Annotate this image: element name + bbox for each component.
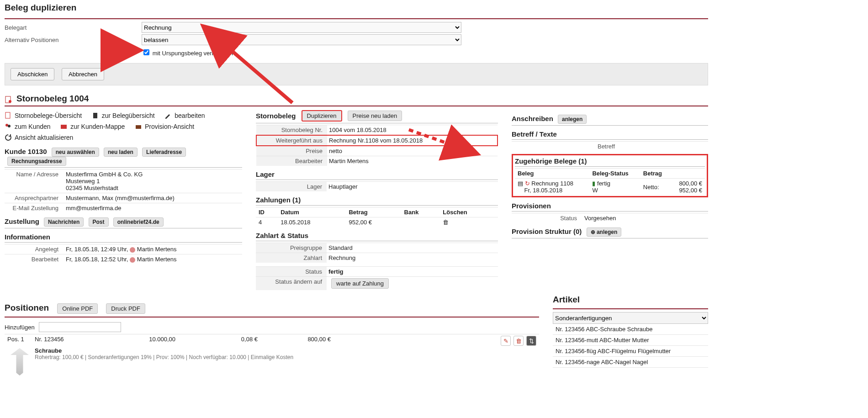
preise-value: netto	[327, 146, 498, 156]
zustellung-heading: Zustellung	[5, 217, 39, 225]
clipboard-small-icon	[92, 112, 99, 119]
hinzu-input[interactable]	[39, 322, 121, 332]
artikel-item[interactable]: Nr. 123456-mutt ABC-Mutter Mutter	[553, 335, 708, 346]
belegart-select[interactable]: Rechnung	[142, 22, 461, 33]
product-image	[8, 348, 31, 376]
btn-anlegen-anschreiben[interactable]: anlegen	[558, 115, 587, 124]
zg-heading: Zugehörige Belege (1)	[515, 157, 705, 165]
bearbeitet-label: Bearbeitet	[5, 254, 64, 265]
btn-status-warte[interactable]: warte auf Zahlung	[331, 278, 389, 289]
btn-preise-neu[interactable]: Preise neu laden	[348, 111, 402, 121]
positionen-heading: Positionen	[5, 303, 49, 315]
btn-nachrichten[interactable]: Nachrichten	[44, 217, 84, 227]
belegart-label: Belegart	[5, 24, 142, 31]
svg-rect-7	[136, 125, 141, 129]
st-label: Status	[256, 267, 327, 277]
btn-neu-auswaehlen[interactable]: neu auswählen	[52, 148, 99, 157]
bearb-value: Martin Mertens	[327, 156, 498, 166]
link-customer-folder[interactable]: zur Kunden-Mappe	[60, 123, 125, 130]
th-loeschen: Löschen	[440, 207, 498, 217]
svg-rect-2	[5, 112, 10, 118]
btn-onlinepdf[interactable]: Online PDF	[57, 303, 98, 314]
za-value: Rechnung	[327, 253, 498, 263]
briefcase-icon	[135, 123, 142, 130]
delete-icon[interactable]: 🗑	[513, 336, 524, 346]
related-doc-row[interactable]: ▤ ↻ Rechnung 1108 Fr, 18.05.2018 ▮ ferti…	[515, 179, 705, 196]
prov-value: Vorgesehen	[582, 213, 708, 223]
zs-heading: Zahlart & Status	[256, 232, 498, 239]
payment-row: 4 18.05.2018 952,00 € 🗑	[256, 217, 498, 228]
edit-icon[interactable]: ✎	[501, 336, 511, 346]
btn-rechnungsadresse[interactable]: Rechnungsadresse	[7, 157, 66, 166]
btn-lieferadresse[interactable]: Lieferadresse	[142, 148, 186, 157]
btn-onlinebrief[interactable]: onlinebrief24.de	[113, 217, 164, 227]
pos-menge: 10.000,00	[87, 336, 178, 343]
btn-duplizieren[interactable]: Duplizieren	[302, 110, 342, 122]
altpos-select[interactable]: belassen	[142, 34, 461, 45]
pg-label: Preisgruppe	[256, 243, 327, 253]
pos-number: Pos. 1	[5, 336, 32, 343]
hinzu-label: Hinzufügen	[5, 324, 35, 331]
email-label: E-Mail Zustellung	[5, 203, 64, 213]
kunde-heading: Kunde 10130	[5, 148, 47, 155]
za-label: Zahlart	[256, 253, 327, 263]
trash-icon[interactable]: 🗑	[443, 219, 449, 226]
artikel-item[interactable]: Nr. 123456-nage ABC-Nagel Nagel	[553, 357, 708, 368]
st-value: fertig	[327, 267, 498, 277]
sbnr-value: 1004 vom 18.05.2018	[327, 125, 498, 136]
zahlungen-heading: Zahlungen (1)	[256, 196, 498, 204]
submit-button[interactable]: Abschicken	[11, 68, 54, 80]
th-id: ID	[256, 207, 278, 217]
wf-label: Weitergeführt aus	[256, 135, 327, 146]
page-icon	[5, 112, 12, 119]
prov-label: Status	[512, 213, 582, 223]
lager-label: Lager	[256, 182, 327, 192]
dup-title: Beleg duplizieren	[5, 3, 708, 15]
storno-title: Stornobeleg 1004	[16, 94, 89, 106]
bearbeitet-value: Fr, 18.05.18, 12:52 Uhr, Martin Mertens	[64, 254, 242, 265]
bt-label: Betreff	[512, 142, 704, 152]
lager-value: Hauptlager	[327, 182, 498, 192]
ansch-heading: Anschreiben	[512, 115, 553, 122]
preise-label: Preise	[256, 146, 327, 156]
artikel-item[interactable]: Nr. 123456 ABC-Schraube Schraube	[553, 324, 708, 335]
email-value: mm@musterfirma.de	[64, 203, 242, 213]
name-label: Name / Adresse	[5, 169, 64, 193]
sbnr-label: Stornobeleg Nr.	[256, 125, 327, 136]
stornobeleg-heading: Stornobeleg	[256, 112, 296, 120]
prov-heading: Provisionen	[512, 202, 708, 210]
users-icon	[5, 123, 12, 130]
info-heading: Informationen	[5, 233, 242, 241]
svg-rect-3	[93, 113, 97, 118]
link-refresh[interactable]: Ansicht aktualisieren	[5, 134, 73, 141]
artikel-item[interactable]: Nr. 123456-flüg ABC-Flügelmu Flügelmutte…	[553, 346, 708, 357]
refresh-icon	[5, 134, 12, 141]
btn-neu-laden[interactable]: neu laden	[104, 148, 138, 157]
svg-point-5	[8, 125, 11, 127]
link-customer[interactable]: zum Kunden	[5, 123, 51, 130]
artikel-category-select[interactable]: Sonderanfertigungen	[553, 312, 708, 324]
link-overview[interactable]: Stornobelege-Übersicht	[5, 112, 82, 119]
th-datum: Datum	[278, 207, 346, 217]
link-provision[interactable]: Provision-Ansicht	[135, 123, 194, 130]
pg-value: Standard	[327, 243, 498, 253]
pos-nr: Nr. 123456	[32, 336, 87, 343]
btn-anlegen-ps[interactable]: ⊕ anlegen	[587, 228, 622, 237]
clipboard-icon	[5, 96, 12, 103]
btn-druckpdf[interactable]: Druck PDF	[106, 303, 145, 314]
th-bank: Bank	[402, 207, 440, 217]
angelegt-label: Angelegt	[5, 244, 64, 254]
move-icon[interactable]: ⇅	[526, 336, 536, 346]
link-edit[interactable]: bearbeiten	[164, 112, 205, 119]
th-betrag2: Betrag	[640, 169, 670, 179]
doc-icon: ▤	[518, 180, 523, 187]
avatar-icon	[130, 247, 135, 253]
btn-post[interactable]: Post	[89, 217, 109, 227]
svg-rect-6	[61, 125, 67, 129]
bearb-label: Bearbeiter	[256, 156, 327, 166]
link-origin-checkbox[interactable]	[143, 49, 149, 55]
th-belegstatus: Beleg-Status	[589, 169, 640, 179]
cancel-button[interactable]: Abbrechen	[62, 68, 104, 80]
folder-green-icon: ▮	[592, 180, 595, 187]
link-belegoverview[interactable]: zur Belegübersicht	[92, 112, 155, 119]
